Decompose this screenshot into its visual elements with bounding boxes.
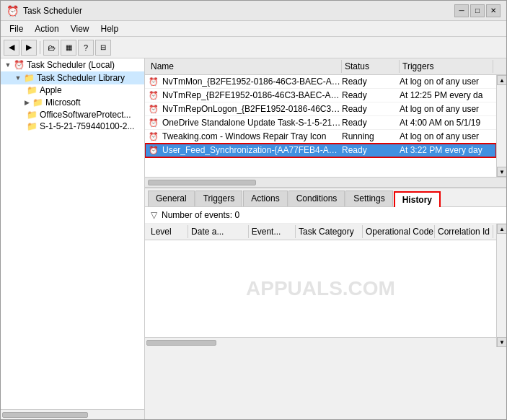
task-name-4: OneDrive Standalone Update Task-S-1-5-21… bbox=[162, 118, 342, 128]
forward-button[interactable]: ▶ bbox=[21, 40, 37, 56]
tabs-bar: General Triggers Actions Conditions Sett… bbox=[145, 188, 506, 207]
detail-panel: General Triggers Actions Conditions Sett… bbox=[145, 188, 506, 347]
tree-item-sid[interactable]: 📁 S-1-5-21-759440100-2... bbox=[1, 121, 144, 132]
tree-bottom-scroll[interactable] bbox=[1, 409, 144, 419]
history-scroll-up[interactable]: ▲ bbox=[497, 224, 506, 234]
tree-library[interactable]: ▼ 📁 Task Scheduler Library bbox=[1, 71, 144, 84]
close-button[interactable]: ✕ bbox=[486, 4, 501, 17]
tab-history[interactable]: History bbox=[394, 191, 441, 207]
back-button[interactable]: ◀ bbox=[4, 40, 19, 56]
tree-root-label: Task Scheduler (Local) bbox=[27, 60, 115, 70]
scroll-down-arrow[interactable]: ▼ bbox=[497, 167, 506, 177]
task-row[interactable]: ⏰ OneDrive Standalone Update Task-S-1-5-… bbox=[145, 116, 496, 130]
task-icon-5: ⏰ bbox=[148, 131, 159, 142]
task-list-scroll[interactable]: ⏰ NvTmMon_{B2FE1952-0186-46C3-BAEC-A80AA… bbox=[145, 75, 496, 177]
tab-settings[interactable]: Settings bbox=[345, 191, 392, 206]
library-expand-icon: ▼ bbox=[12, 72, 24, 84]
tab-actions[interactable]: Actions bbox=[243, 191, 287, 206]
history-body: APPUALS.COM bbox=[145, 240, 496, 337]
tree-root[interactable]: ▼ ⏰ Task Scheduler (Local) bbox=[1, 58, 144, 71]
task-status-5: Running bbox=[342, 131, 400, 141]
hist-col-event[interactable]: Event... bbox=[249, 225, 296, 238]
hist-col-opcode[interactable]: Operational Code bbox=[363, 225, 435, 238]
history-wrapper: Level Date a... Event... Task Category O… bbox=[145, 224, 506, 347]
microsoft-folder-icon: 📁 bbox=[32, 97, 43, 108]
tree-item-apple[interactable]: 📁 Apple bbox=[1, 84, 144, 96]
task-list-area: Name Status Triggers ⏰ NvTmMon_{B2FE1952… bbox=[145, 58, 506, 188]
window-title: Task Scheduler bbox=[23, 6, 450, 16]
scroll-track bbox=[497, 85, 506, 167]
root-expand-icon: ▼ bbox=[2, 59, 14, 71]
tree-item-microsoft[interactable]: ▶ 📁 Microsoft bbox=[1, 96, 144, 109]
history-hscrollbar[interactable] bbox=[145, 337, 496, 347]
menu-view[interactable]: View bbox=[65, 22, 95, 35]
task-row[interactable]: ⏰ Tweaking.com - Windows Repair Tray Ico… bbox=[145, 130, 496, 144]
title-bar-buttons: ─ □ ✕ bbox=[454, 4, 501, 17]
hist-col-date[interactable]: Date a... bbox=[188, 225, 249, 238]
task-name-2: NvTmRep_{B2FE1952-0186-46C3-BAEC-A80AA35… bbox=[162, 90, 342, 100]
tree-library-label: Task Scheduler Library bbox=[37, 73, 125, 83]
folder-button[interactable]: 🗁 bbox=[43, 40, 59, 56]
app-icon: ⏰ bbox=[6, 5, 19, 17]
col-header-triggers[interactable]: Triggers bbox=[400, 60, 493, 73]
maximize-button[interactable]: □ bbox=[470, 4, 485, 17]
task-row[interactable]: ⏰ NvTmRepOnLogon_{B2FE1952-0186-46C3-BAE… bbox=[145, 102, 496, 116]
hist-col-category[interactable]: Task Category bbox=[296, 225, 363, 238]
task-status-4: Ready bbox=[342, 118, 400, 128]
task-list-vscrollbar[interactable]: ▲ ▼ bbox=[496, 75, 506, 177]
task-trigger-1: At log on of any user bbox=[400, 76, 493, 87]
history-table-header: Level Date a... Event... Task Category O… bbox=[145, 224, 496, 240]
tree-apple-label: Apple bbox=[40, 85, 62, 95]
task-list-hscrollbar[interactable] bbox=[145, 177, 506, 187]
task-name-5: Tweaking.com - Windows Repair Tray Icon bbox=[162, 131, 342, 141]
task-list-wrapper: ⏰ NvTmMon_{B2FE1952-0186-46C3-BAEC-A80AA… bbox=[145, 75, 506, 177]
export-button[interactable]: ⊟ bbox=[95, 40, 111, 56]
tab-conditions[interactable]: Conditions bbox=[288, 191, 345, 206]
menu-file[interactable]: File bbox=[4, 22, 29, 35]
grid-button[interactable]: ▦ bbox=[61, 40, 76, 56]
filter-icon: ▽ bbox=[151, 210, 157, 220]
title-bar: ⏰ Task Scheduler ─ □ ✕ bbox=[1, 1, 506, 21]
watermark: APPUALS.COM bbox=[246, 277, 395, 300]
scroll-up-arrow[interactable]: ▲ bbox=[497, 75, 506, 85]
task-icon-3: ⏰ bbox=[148, 103, 159, 115]
history-vscrollbar[interactable]: ▲ ▼ bbox=[496, 224, 506, 347]
task-name-6: User_Feed_Synchronization-{AA77FEB4-AC6E… bbox=[162, 145, 342, 155]
task-icon-6: ⏰ bbox=[148, 144, 159, 156]
tree-panel: ▼ ⏰ Task Scheduler (Local) ▼ 📁 Task Sche… bbox=[1, 58, 145, 409]
tree-item-office[interactable]: 📁 OfficeSoftwareProtect... bbox=[1, 109, 144, 121]
help-button[interactable]: ? bbox=[78, 40, 94, 56]
task-icon-4: ⏰ bbox=[148, 117, 159, 128]
menu-bar: File Action View Help bbox=[1, 21, 506, 37]
history-scroll-track bbox=[497, 234, 506, 337]
root-icon: ⏰ bbox=[14, 60, 25, 70]
task-icon-1: ⏰ bbox=[148, 76, 159, 87]
task-name-3: NvTmRepOnLogon_{B2FE1952-0186-46C3-BAEC-… bbox=[162, 104, 342, 114]
tree-office-label: OfficeSoftwareProtect... bbox=[40, 110, 131, 120]
hist-col-correlation[interactable]: Correlation Id bbox=[435, 225, 493, 238]
menu-action[interactable]: Action bbox=[29, 22, 64, 35]
menu-help[interactable]: Help bbox=[95, 22, 125, 35]
minimize-button[interactable]: ─ bbox=[454, 4, 469, 17]
hist-col-level[interactable]: Level bbox=[148, 225, 188, 238]
task-row-selected[interactable]: ⏰ User_Feed_Synchronization-{AA77FEB4-AC… bbox=[145, 144, 496, 157]
task-trigger-5: At log on of any user bbox=[400, 131, 493, 141]
task-trigger-6: At 3:22 PM every day bbox=[400, 145, 493, 155]
toolbar-separator-1 bbox=[40, 41, 40, 54]
tree-microsoft-label: Microsoft bbox=[45, 97, 81, 108]
tab-triggers[interactable]: Triggers bbox=[195, 191, 243, 206]
office-folder-icon: 📁 bbox=[27, 110, 38, 120]
library-folder-icon: 📁 bbox=[24, 73, 35, 83]
tab-general[interactable]: General bbox=[148, 191, 195, 206]
task-row[interactable]: ⏰ NvTmRep_{B2FE1952-0186-46C3-BAEC-A80AA… bbox=[145, 89, 496, 102]
history-scroll-down[interactable]: ▼ bbox=[497, 337, 506, 347]
tree-sid-label: S-1-5-21-759440100-2... bbox=[40, 121, 134, 131]
task-icon-2: ⏰ bbox=[148, 89, 159, 101]
col-header-status[interactable]: Status bbox=[342, 60, 400, 73]
task-name-1: NvTmMon_{B2FE1952-0186-46C3-BAEC-A80AA35… bbox=[162, 76, 342, 87]
main-content: ▼ ⏰ Task Scheduler (Local) ▼ 📁 Task Sche… bbox=[1, 58, 506, 419]
task-trigger-3: At log on of any user bbox=[400, 104, 493, 114]
col-header-name[interactable]: Name bbox=[148, 60, 342, 73]
task-status-6: Ready bbox=[342, 145, 400, 155]
task-row[interactable]: ⏰ NvTmMon_{B2FE1952-0186-46C3-BAEC-A80AA… bbox=[145, 75, 496, 89]
